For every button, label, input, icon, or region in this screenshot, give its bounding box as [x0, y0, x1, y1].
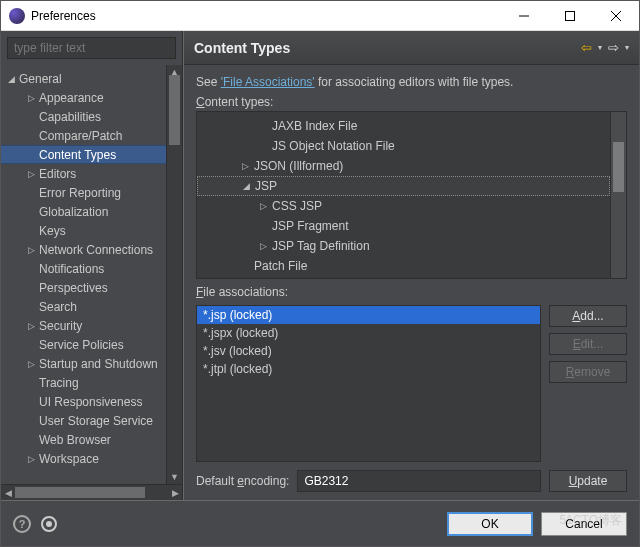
tree-label: Content Types: [39, 148, 116, 162]
scroll-down-icon[interactable]: ▼: [167, 470, 182, 484]
collapse-icon[interactable]: ◢: [240, 181, 252, 191]
content-type-item[interactable]: JAXB Index File: [197, 116, 610, 136]
tree-label: General: [19, 72, 62, 86]
tree-item[interactable]: ▷Startup and Shutdown: [1, 354, 166, 373]
content-type-label: JS Object Notation File: [272, 139, 395, 153]
edit-button: Edit...: [549, 333, 627, 355]
nav-forward-icon[interactable]: ⇨: [608, 40, 619, 55]
preferences-tree[interactable]: ◢ General ▷AppearanceCapabilitiesCompare…: [1, 65, 166, 484]
tree-label: Network Connections: [39, 243, 153, 257]
tree-item[interactable]: ▷Appearance: [1, 88, 166, 107]
tree-item[interactable]: Perspectives: [1, 278, 166, 297]
content-type-item[interactable]: ▷JSON (Illformed): [197, 156, 610, 176]
content-types-tree[interactable]: JAXB Index FileJS Object Notation File▷J…: [196, 111, 627, 279]
tree-item[interactable]: Tracing: [1, 373, 166, 392]
tree-spacer: [25, 149, 37, 161]
expand-icon[interactable]: ▷: [25, 358, 37, 370]
scroll-right-icon[interactable]: ▶: [168, 485, 182, 500]
content-area: See 'File Associations' for associating …: [184, 65, 639, 500]
nav-back-icon[interactable]: ⇦: [581, 40, 592, 55]
expand-icon[interactable]: ▷: [25, 244, 37, 256]
content-type-item[interactable]: ▷JSP Tag Definition: [197, 236, 610, 256]
hscroll-thumb[interactable]: [15, 487, 145, 498]
tree-item[interactable]: Web Browser: [1, 430, 166, 449]
tree-item[interactable]: Error Reporting: [1, 183, 166, 202]
file-association-item[interactable]: *.jsv (locked): [197, 342, 540, 360]
file-association-item[interactable]: *.jsp (locked): [197, 306, 540, 324]
tree-label: Globalization: [39, 205, 108, 219]
maximize-button[interactable]: [547, 1, 593, 31]
file-associations-label: File associations:: [196, 285, 627, 299]
sidebar-hscrollbar[interactable]: ◀ ▶: [1, 484, 182, 500]
tree-item[interactable]: User Storage Service: [1, 411, 166, 430]
tree-item-general[interactable]: ◢ General: [1, 69, 166, 88]
tree-item[interactable]: Globalization: [1, 202, 166, 221]
tree-label: UI Responsiveness: [39, 395, 142, 409]
scroll-left-icon[interactable]: ◀: [1, 485, 15, 500]
content-type-item[interactable]: Patch File: [197, 256, 610, 276]
file-associations-list[interactable]: *.jsp (locked)*.jspx (locked)*.jsv (lock…: [196, 305, 541, 462]
content-type-label: CSS JSP: [272, 199, 322, 213]
tree-item[interactable]: Notifications: [1, 259, 166, 278]
expand-icon[interactable]: ▷: [239, 161, 251, 171]
tree-label: Keys: [39, 224, 66, 238]
sidebar-scrollbar[interactable]: ▲ ▼: [166, 65, 182, 484]
expand-icon[interactable]: ▷: [25, 320, 37, 332]
content-type-item[interactable]: JSP Fragment: [197, 216, 610, 236]
expand-icon[interactable]: ▷: [25, 168, 37, 180]
tree-item[interactable]: Compare/Patch: [1, 126, 166, 145]
tree-item[interactable]: Keys: [1, 221, 166, 240]
encoding-input[interactable]: GB2312: [297, 470, 541, 492]
update-button[interactable]: Update: [549, 470, 627, 492]
tree-spacer: [25, 263, 37, 275]
ok-button[interactable]: OK: [447, 512, 533, 536]
import-export-icon[interactable]: [41, 516, 57, 532]
titlebar[interactable]: Preferences: [1, 1, 639, 31]
dropdown-icon[interactable]: ▾: [625, 43, 629, 52]
add-button[interactable]: Add...: [549, 305, 627, 327]
content-type-item[interactable]: JS Object Notation File: [197, 136, 610, 156]
expand-icon[interactable]: ▷: [25, 453, 37, 465]
ct-scrollbar[interactable]: [610, 112, 626, 278]
tree-item[interactable]: ▷Workspace: [1, 449, 166, 468]
filter-input[interactable]: type filter text: [7, 37, 176, 59]
scroll-thumb[interactable]: [613, 142, 624, 192]
sidebar: type filter text ◢ General ▷AppearanceCa…: [1, 31, 183, 500]
dropdown-icon[interactable]: ▾: [598, 43, 602, 52]
tree-item[interactable]: ▷Security: [1, 316, 166, 335]
tree-spacer: [25, 130, 37, 142]
content-type-item[interactable]: ▷CSS JSP: [197, 196, 610, 216]
cancel-button[interactable]: Cancel: [541, 512, 627, 536]
file-association-item[interactable]: *.jtpl (locked): [197, 360, 540, 378]
expand-icon[interactable]: ▷: [257, 201, 269, 211]
tree-item[interactable]: Service Policies: [1, 335, 166, 354]
file-association-item[interactable]: *.jspx (locked): [197, 324, 540, 342]
content-type-item[interactable]: ◢JSP: [197, 176, 610, 196]
tree-item[interactable]: ▷Editors: [1, 164, 166, 183]
file-associations-link[interactable]: 'File Associations': [221, 75, 315, 89]
expand-icon[interactable]: ▷: [257, 241, 269, 251]
tree-spacer: [25, 225, 37, 237]
tree-item[interactable]: Content Types: [1, 145, 166, 164]
tree-label: Web Browser: [39, 433, 111, 447]
close-button[interactable]: [593, 1, 639, 31]
minimize-button[interactable]: [501, 1, 547, 31]
tree-label: Startup and Shutdown: [39, 357, 158, 371]
remove-button: Remove: [549, 361, 627, 383]
tree-spacer: [25, 396, 37, 408]
tree-item[interactable]: Capabilities: [1, 107, 166, 126]
collapse-icon[interactable]: ◢: [5, 73, 17, 85]
tree-label: Capabilities: [39, 110, 101, 124]
help-icon[interactable]: ?: [13, 515, 31, 533]
tree-item[interactable]: Search: [1, 297, 166, 316]
scroll-thumb[interactable]: [169, 75, 180, 145]
tree-label: User Storage Service: [39, 414, 153, 428]
tree-label: Notifications: [39, 262, 104, 276]
tree-label: Error Reporting: [39, 186, 121, 200]
tree-label: Editors: [39, 167, 76, 181]
body: type filter text ◢ General ▷AppearanceCa…: [1, 31, 639, 500]
tree-spacer: [25, 339, 37, 351]
tree-item[interactable]: UI Responsiveness: [1, 392, 166, 411]
tree-item[interactable]: ▷Network Connections: [1, 240, 166, 259]
expand-icon[interactable]: ▷: [25, 92, 37, 104]
